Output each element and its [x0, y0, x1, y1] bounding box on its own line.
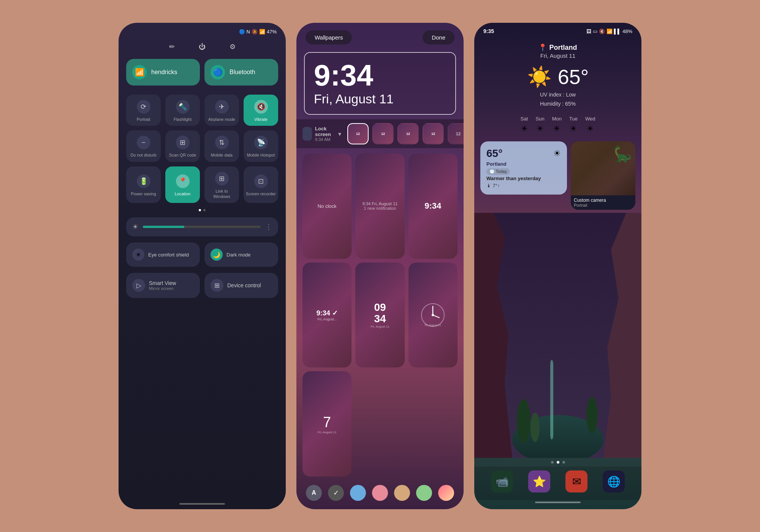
bluetooth-status-icon: 🔵: [239, 29, 245, 35]
link-tile[interactable]: ⊞ Link to Windows: [204, 166, 239, 203]
qr-tile[interactable]: ⊞ Scan QR code: [165, 130, 200, 162]
star-icon: ⭐: [533, 475, 546, 488]
device-control-button[interactable]: ⊞ Device control: [204, 273, 278, 298]
clock-style-twoline[interactable]: 09 34 Fri, August 11: [355, 263, 404, 368]
lock-text: Lock screen 9:34 AM: [315, 126, 335, 142]
wallpapers-button[interactable]: Wallpapers: [306, 30, 352, 44]
style-thumb-5[interactable]: 12: [448, 123, 464, 144]
link-label: Link to Windows: [207, 188, 237, 200]
device-control-label: Device control: [227, 282, 261, 288]
eye-comfort-icon: ☀: [132, 249, 144, 261]
clock-style-noclock[interactable]: No clock: [302, 154, 352, 259]
camera-card[interactable]: 🦕 Custom camera Portrait: [571, 141, 635, 210]
sat-label: Sat: [521, 116, 528, 122]
color-picker-row: A ✓: [296, 480, 464, 505]
style-thumb-1[interactable]: 12: [347, 123, 369, 144]
signal-icon: 📶: [259, 29, 265, 35]
detailed-weather-card[interactable]: 65° ☀ Portland 🕐 Today Warmer than yeste…: [480, 141, 567, 195]
color-gradient[interactable]: [438, 485, 454, 501]
airplane-tile[interactable]: ✈ Airplane mode: [204, 95, 239, 126]
hotspot-tile[interactable]: 📡 Mobile Hotspot: [244, 130, 278, 162]
hs-mute-icon: 🔇: [599, 28, 605, 34]
brightness-fill: [143, 226, 184, 228]
vibrate-icon: 🔇: [254, 100, 268, 114]
dot-1: [199, 209, 201, 211]
hotspot-label: Mobile Hotspot: [247, 152, 275, 158]
color-pink[interactable]: [372, 485, 388, 501]
clock-style-digital-sm[interactable]: 9:34 Fri, August 11 1 new notification: [355, 154, 404, 259]
settings-button[interactable]: ⚙: [226, 41, 239, 53]
bottom-row: ▷ Smart View Mirror screen ⊞ Device cont…: [126, 273, 278, 298]
tue-label: Tue: [569, 116, 578, 122]
eye-comfort-toggle[interactable]: ☀ Eye comfort shield: [126, 242, 200, 267]
clock-style-digital-lg[interactable]: 9:34: [408, 154, 458, 259]
clock-style-digital-date[interactable]: 9:34 ✓ Fri, August...: [302, 263, 352, 368]
clock-style-analog[interactable]: Fri, August 11: [408, 263, 458, 368]
vibrate-tile[interactable]: 🔇 Vibrate: [244, 95, 278, 126]
meet-app[interactable]: 📹: [491, 470, 513, 492]
weather-widget: 📍 Portland Fri, August 11 ☀️ 65° UV inde…: [474, 36, 641, 111]
color-check[interactable]: ✓: [328, 485, 344, 501]
hs-home-bar: [535, 502, 581, 503]
mobiledata-tile[interactable]: ⇅ Mobile data: [204, 130, 239, 162]
dnd-label: Do not disturb: [130, 152, 156, 158]
flashlight-tile[interactable]: 🔦 Flashlight: [165, 95, 200, 126]
analog-clock-svg: Fri, August 11: [420, 302, 446, 328]
temperature: 65°: [558, 65, 589, 89]
color-peach[interactable]: [394, 485, 410, 501]
airplane-icon: ✈: [215, 100, 229, 114]
chrome-app[interactable]: 🌐: [603, 470, 625, 492]
dark-mode-toggle[interactable]: 🌙 Dark mode: [204, 242, 278, 267]
sun-icon: ☀️: [527, 65, 552, 89]
hs-time: 9:35: [483, 28, 494, 34]
done-button[interactable]: Done: [423, 30, 454, 44]
style-thumb-2[interactable]: 12: [372, 123, 394, 144]
bluetooth-toggle[interactable]: 🔵 Bluetooth: [204, 59, 278, 86]
powersave-tile[interactable]: 🔋 Power saving: [126, 166, 161, 203]
gmail-app[interactable]: ✉: [565, 470, 587, 492]
chrome-icon: 🌐: [607, 475, 621, 488]
mon-icon: ☀: [553, 124, 560, 134]
camera-label: Custom camera: [574, 198, 632, 203]
sat-icon: ☀: [521, 124, 528, 134]
color-green[interactable]: [416, 485, 432, 501]
star-app[interactable]: ⭐: [528, 470, 550, 492]
nfc-icon: N: [247, 29, 250, 35]
screenrec-tile[interactable]: ⊡ Screen recorder: [244, 166, 278, 203]
card-desc: Warmer than yesterday: [486, 176, 561, 181]
mobiledata-icon: ⇅: [215, 136, 229, 149]
color-blue[interactable]: [350, 485, 366, 501]
hs-photo-icon: 🖼: [586, 28, 591, 34]
screenrec-label: Screen recorder: [246, 191, 276, 196]
forecast-tue: Tue ☀: [569, 116, 578, 134]
style-thumb-4[interactable]: 12: [423, 123, 444, 144]
smart-view-label: Smart View: [149, 280, 176, 286]
brightness-bar[interactable]: [143, 226, 261, 228]
device-control-text: Device control: [227, 282, 261, 288]
style-thumb-3[interactable]: 12: [397, 123, 419, 144]
brightness-control[interactable]: ☀ ⋮: [126, 217, 278, 236]
qr-label: Scan QR code: [169, 152, 196, 158]
location-tile[interactable]: 📍 Location: [165, 166, 200, 203]
phone1-quick-settings: 🔵 N 🔕 📶 47% ✏ ⏻ ⚙: [119, 23, 286, 509]
portrait-tile[interactable]: ⟳ Portrait: [126, 95, 161, 126]
pencil-button[interactable]: ✏: [166, 41, 178, 53]
lock-thumb: [302, 127, 312, 141]
wifi-toggle[interactable]: 📶 hendricks: [126, 59, 200, 86]
smart-view-sub: Mirror screen: [149, 286, 176, 291]
wallpapers-label: Wallpapers: [315, 34, 343, 41]
color-alpha[interactable]: A: [306, 485, 322, 501]
ls-top-bar: Wallpapers Done: [296, 23, 464, 49]
dnd-tile[interactable]: − Do not disturb: [126, 130, 161, 162]
svg-text:Fri, August 11: Fri, August 11: [425, 324, 441, 327]
smart-view-button[interactable]: ▷ Smart View Mirror screen: [126, 273, 200, 298]
power-button[interactable]: ⏻: [196, 41, 208, 53]
brightness-more[interactable]: ⋮: [265, 223, 272, 231]
hs-signal-icon: ▌▌: [614, 28, 621, 34]
page-dots: [119, 207, 286, 214]
svg-point-10: [530, 413, 540, 442]
clock-style-minimal[interactable]: 7 Fri, August 11: [302, 371, 352, 477]
clock-style-grid: No clock 9:34 Fri, August 11 1 new notif…: [296, 150, 464, 480]
phone2-lock-screen: Wallpapers Done 9:34 Fri, August 11 Lock…: [296, 23, 464, 509]
mon-label: Mon: [552, 116, 562, 122]
